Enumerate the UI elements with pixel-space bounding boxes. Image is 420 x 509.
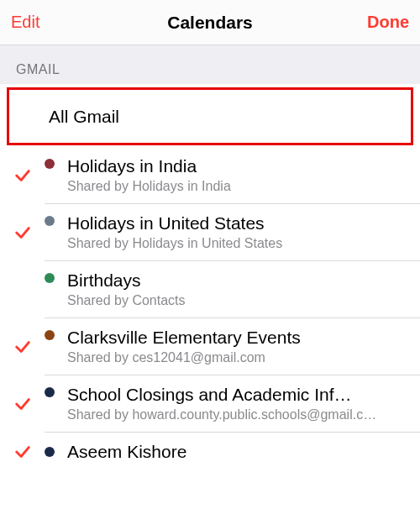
- calendar-subtitle: Shared by ces12041@gmail.com: [67, 349, 412, 367]
- calendar-text: Aseem Kishore: [67, 441, 420, 463]
- calendar-subtitle: Shared by Contacts: [67, 292, 412, 310]
- calendar-text: Birthdays Shared by Contacts: [67, 270, 420, 310]
- calendar-row[interactable]: Birthdays Shared by Contacts: [0, 261, 420, 318]
- done-button[interactable]: Done: [367, 13, 409, 32]
- color-dot-icon: [45, 447, 55, 457]
- all-gmail-label: All Gmail: [49, 107, 119, 127]
- calendar-text: Holidays in United States Shared by Holi…: [67, 213, 420, 253]
- check-icon: [0, 166, 45, 185]
- calendar-subtitle: Shared by Holidays in India: [67, 178, 412, 196]
- calendar-row[interactable]: Holidays in India Shared by Holidays in …: [0, 147, 420, 204]
- calendar-row[interactable]: Aseem Kishore: [0, 433, 420, 471]
- color-dot-icon: [45, 159, 55, 169]
- calendar-title: Clarksville Elementary Events: [67, 327, 412, 349]
- check-icon: [0, 223, 45, 242]
- calendar-subtitle: Shared by Holidays in United States: [67, 235, 412, 253]
- calendar-row[interactable]: School Closings and Academic Inf… Shared…: [0, 375, 420, 433]
- calendar-row[interactable]: Clarksville Elementary Events Shared by …: [0, 318, 420, 375]
- check-icon: [0, 338, 45, 356]
- calendar-title: Holidays in India: [67, 155, 412, 177]
- calendar-title: School Closings and Academic Inf…: [67, 384, 412, 406]
- calendar-text: School Closings and Academic Inf… Shared…: [67, 384, 420, 424]
- color-dot-icon: [45, 273, 55, 283]
- all-gmail-row[interactable]: All Gmail: [7, 87, 413, 145]
- calendar-text: Holidays in India Shared by Holidays in …: [67, 155, 420, 196]
- calendar-list: Holidays in India Shared by Holidays in …: [0, 147, 420, 471]
- color-dot-icon: [45, 387, 55, 397]
- check-icon: [0, 395, 45, 413]
- color-dot-icon: [45, 216, 55, 226]
- calendar-title: Birthdays: [67, 270, 412, 291]
- calendar-subtitle: Shared by howard.county.public.schools@g…: [67, 407, 412, 424]
- edit-button[interactable]: Edit: [11, 13, 39, 32]
- navbar-title: Calendars: [167, 13, 253, 33]
- calendar-row[interactable]: Holidays in United States Shared by Holi…: [0, 204, 420, 261]
- navbar: Edit Calendars Done: [0, 0, 420, 45]
- color-dot-icon: [45, 330, 55, 340]
- section-header-gmail: GMAIL: [0, 45, 420, 84]
- calendar-title: Aseem Kishore: [67, 441, 412, 463]
- check-icon: [0, 443, 45, 461]
- calendar-text: Clarksville Elementary Events Shared by …: [67, 327, 420, 367]
- calendar-title: Holidays in United States: [67, 213, 412, 234]
- check-icon: [0, 281, 45, 299]
